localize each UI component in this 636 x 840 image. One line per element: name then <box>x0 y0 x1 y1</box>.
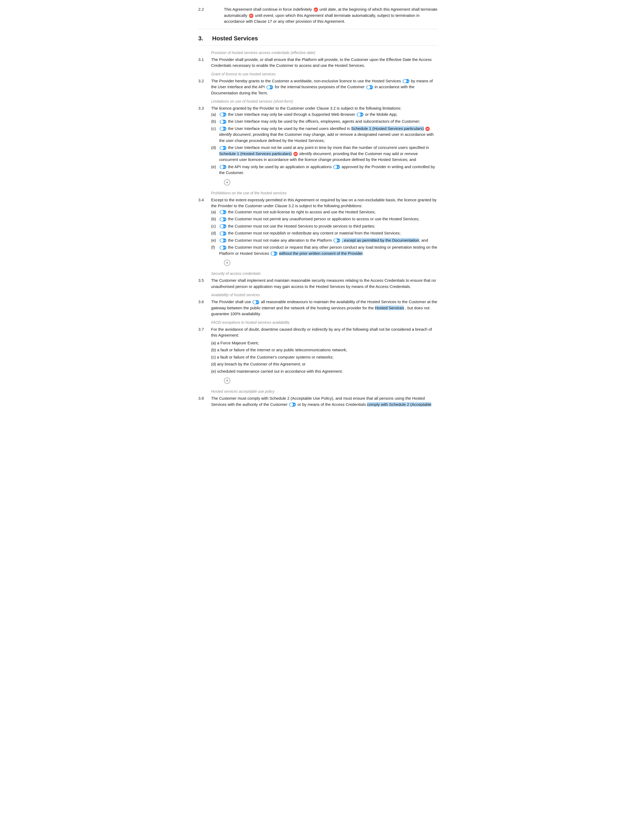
clause-3-5-num: 3.5 <box>198 278 211 284</box>
clause-3-1-content: The Provider shall provide, or shall ens… <box>211 57 438 69</box>
add-btn-3-7[interactable]: + <box>224 377 230 384</box>
label-3-3: Limitations on use of hosted services (s… <box>211 99 438 104</box>
label-3-8: Hosted services acceptable use policy <box>211 389 438 394</box>
clause-3-7: 3.7 For the avoidance of doubt, downtime… <box>198 327 438 386</box>
clause-3-1-num: 3.1 <box>198 57 211 63</box>
clause-3-6-content: The Provider shall use all reasonable en… <box>211 299 438 317</box>
list-item-3-4-e: (e) the Customer must not make any alter… <box>211 237 438 243</box>
add-btn-3-3[interactable]: + <box>224 179 230 186</box>
highlight-3-8: comply with Schedule 2 (Acceptable <box>367 402 431 407</box>
toggle-3-2-c[interactable] <box>366 85 373 89</box>
toggle-3-8[interactable] <box>289 403 296 407</box>
toggle-3-3-c[interactable] <box>220 127 226 131</box>
section-3-num: 3. <box>198 34 208 43</box>
toggle-3-3-d[interactable] <box>220 146 226 150</box>
alpha-c: (c) <box>211 126 217 132</box>
highlight-3-6: Hosted Services <box>375 306 404 310</box>
label-3-7: FAOD exceptions to hosted services avail… <box>211 320 438 325</box>
list-item-3-7-d: (d) any breach by the Customer of this A… <box>211 361 438 367</box>
toggle-3-3-b[interactable] <box>220 120 226 124</box>
toggle-3-6[interactable] <box>252 300 259 304</box>
clause-3-4-content: Except to the extent expressly permitted… <box>211 197 438 268</box>
alpha-d: (d) <box>211 145 217 151</box>
list-item-3-3-c: (c) the User Interface may only be used … <box>211 126 438 144</box>
clause-3-2: 3.2 The Provider hereby grants to the Cu… <box>198 78 438 96</box>
toggle-3-4-f[interactable] <box>220 246 226 250</box>
clause-2-2: 2.2 This Agreement shall continue in for… <box>198 6 438 25</box>
clause-3-6: 3.6 The Provider shall use all reasonabl… <box>198 299 438 317</box>
clause-3-4: 3.4 Except to the extent expressly permi… <box>198 197 438 268</box>
toggle-3-4-b[interactable] <box>220 217 226 221</box>
label-3-4: Prohibitions on the use of the hosted se… <box>211 190 438 196</box>
clause-3-7-content: For the avoidance of doubt, downtime cau… <box>211 327 438 386</box>
clause-3-5-text: The Customer shall implement and maintai… <box>211 278 438 289</box>
clause-3-6-num: 3.6 <box>198 299 211 305</box>
toggle-3-4-e2[interactable] <box>334 238 340 243</box>
list-item-3-3-d: (d) the User Interface must not be used … <box>211 145 438 163</box>
clause-3-3-content: The licence granted by the Provider to t… <box>211 105 438 188</box>
identify-doc-c: identify document <box>219 132 251 137</box>
section-divider <box>198 29 438 29</box>
clause-3-5-content: The Customer shall implement and maintai… <box>211 278 438 289</box>
alpha-b: (b) <box>211 118 217 125</box>
list-item-3-3-e: (e) the API may only be used by an appli… <box>211 164 438 176</box>
highlight-schedule-1-d: Schedule 1 (Hosted Services particulars) <box>219 151 292 156</box>
clause-3-2-num: 3.2 <box>198 78 211 84</box>
clause-3-4-num: 3.4 <box>198 197 211 203</box>
alpha-3-4-c: (c) <box>211 223 217 229</box>
clause-3-7-intro: For the avoidance of doubt, downtime cau… <box>211 327 438 338</box>
section-3-heading: 3. Hosted Services <box>198 34 438 46</box>
clause-3-3-list: (a) the User Interface may only be used … <box>211 112 438 176</box>
clause-3-8-num: 3.8 <box>198 395 211 401</box>
toggle-3-4-a[interactable] <box>220 210 226 214</box>
list-item-3-7-e: (e) scheduled maintenance carried out in… <box>211 368 438 374</box>
alpha-a: (a) <box>211 112 217 118</box>
alpha-3-4-e: (e) <box>211 237 217 243</box>
label-3-6: Availability of hosted services <box>211 292 438 298</box>
alpha-e: (e) <box>211 164 217 170</box>
clause-3-2-text-pre: The Provider hereby grants to the Custom… <box>211 79 401 83</box>
list-item-3-7-b: (b) a fault or failure of the internet o… <box>211 347 438 353</box>
clause-3-4-intro: Except to the extent expressly permitted… <box>211 197 438 209</box>
toggle-3-4-f2[interactable] <box>271 251 277 256</box>
clause-3-8-text-mid: or by means of the Access Credentials <box>298 402 366 407</box>
alpha-3-4-b: (b) <box>211 216 217 222</box>
clause-3-7-num: 3.7 <box>198 327 211 333</box>
clause-3-6-text-pre: The Provider shall use <box>211 299 251 304</box>
identify-doc-d: identify document <box>299 151 331 156</box>
highlight-3-4-e: , except as permitted by the Documentati… <box>342 238 419 243</box>
list-item-3-3-a: (a) the User Interface may only be used … <box>211 112 438 118</box>
clause-3-2-content: The Provider hereby grants to the Custom… <box>211 78 438 96</box>
or-badge-3-3-c: or <box>425 127 430 131</box>
clause-3-2-text-mid2: for the internal business purposes of th… <box>275 84 365 89</box>
clause-3-8: 3.8 The Customer must comply with Schedu… <box>198 395 438 407</box>
clause-3-8-content: The Customer must comply with Schedule 2… <box>211 395 438 407</box>
or-badge-2: or <box>249 14 253 18</box>
toggle-3-3-e[interactable] <box>220 165 226 169</box>
list-item-3-3-b: (b) the User Interface may only be used … <box>211 118 438 125</box>
toggle-3-3-a2[interactable] <box>357 112 364 117</box>
clause-3-3-num: 3.3 <box>198 105 211 112</box>
clause-3-5: 3.5 The Customer shall implement and mai… <box>198 278 438 289</box>
date-italic: date <box>328 7 335 11</box>
list-item-3-4-a: (a) the Customer must not sub-license it… <box>211 209 438 215</box>
clause-3-4-list: (a) the Customer must not sub-license it… <box>211 209 438 257</box>
label-3-2: Grant of licence to use hosted services <box>211 71 438 77</box>
toggle-3-4-c[interactable] <box>220 224 226 228</box>
section-3-title: Hosted Services <box>212 34 258 43</box>
clause-3-1: 3.1 The Provider shall provide, or shall… <box>198 57 438 69</box>
toggle-3-2-a[interactable] <box>403 79 409 83</box>
toggle-3-3-a[interactable] <box>220 112 226 117</box>
list-item-3-7-a: (a) a Force Majeure Event; <box>211 340 438 346</box>
event-italic: event <box>263 13 273 17</box>
toggle-3-3-e2[interactable] <box>333 165 340 169</box>
toggle-3-4-e[interactable] <box>220 238 226 243</box>
clause-3-1-text: The Provider shall provide, or shall ens… <box>211 57 438 69</box>
list-item-3-4-b: (b) the Customer must not permit any una… <box>211 216 438 222</box>
toggle-3-2-b[interactable] <box>266 85 273 89</box>
clause-3-3-intro: The licence granted by the Provider to t… <box>211 105 438 112</box>
add-btn-3-4[interactable]: + <box>224 260 230 266</box>
toggle-3-4-d[interactable] <box>220 232 226 235</box>
alpha-3-4-f: (f) <box>211 244 217 251</box>
clause-3-3: 3.3 The licence granted by the Provider … <box>198 105 438 188</box>
